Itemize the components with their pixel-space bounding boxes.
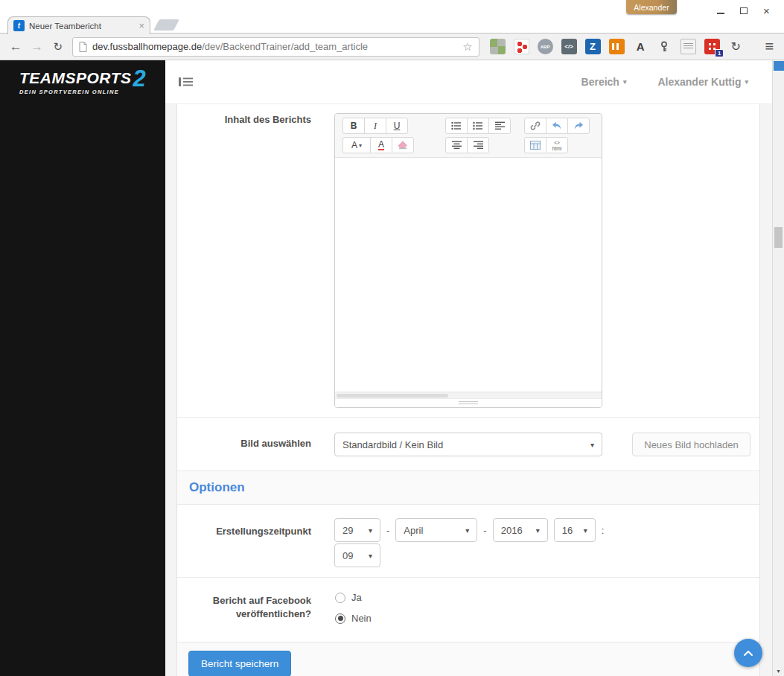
align-center-button[interactable]	[445, 137, 468, 153]
bullet-list-button[interactable]	[445, 118, 468, 134]
upload-image-button[interactable]: Neues Bild hochladen	[632, 433, 750, 456]
facebook-no-option[interactable]: Nein	[335, 613, 372, 624]
address-bar[interactable]: dev.fussballhomepage.de/dev/BackendTrain…	[72, 37, 479, 57]
footer-row: Bericht speichern	[177, 642, 759, 676]
bold-button[interactable]: B	[342, 118, 365, 134]
z-extension-icon[interactable]: Z	[585, 39, 601, 54]
month-select[interactable]: April ▾	[395, 518, 477, 542]
scrollbar-thumb[interactable]	[774, 227, 783, 248]
align-left-button[interactable]	[488, 118, 511, 134]
italic-button[interactable]: I	[364, 118, 386, 134]
close-button[interactable]: ×	[755, 3, 778, 18]
browser-menu-icon[interactable]: ≡	[761, 38, 778, 55]
red-grid-extension-icon[interactable]: 1	[704, 39, 720, 54]
radio-checked-icon[interactable]	[335, 613, 345, 624]
page-scrollbar[interactable]: ▾	[772, 60, 784, 676]
red-dots-extension-icon[interactable]	[514, 39, 529, 54]
insert-group: <> html	[524, 137, 594, 153]
browser-toolbar: ← → ↻ dev.fussballhomepage.de/dev/Backen…	[0, 34, 784, 60]
chevron-down-icon: ▾	[745, 78, 748, 86]
hour-select[interactable]: 16 ▾	[554, 518, 596, 542]
facebook-yes-option[interactable]: Ja	[335, 592, 372, 603]
radio-unchecked-icon[interactable]	[335, 593, 345, 603]
numbered-list-button[interactable]	[467, 118, 489, 134]
year-select[interactable]: 2016 ▾	[493, 518, 548, 542]
link-button[interactable]	[524, 118, 546, 134]
editor-toolbar: B I U	[335, 114, 602, 158]
text-color-button[interactable]: A	[370, 137, 392, 153]
table-button[interactable]	[524, 137, 546, 153]
logo-number: 2	[133, 70, 145, 88]
scroll-to-top-button[interactable]	[734, 639, 762, 667]
chevron-down-icon: ▾	[461, 526, 469, 535]
font-color-button[interactable]: A ▾	[342, 137, 371, 153]
back-button[interactable]: ←	[6, 36, 25, 57]
align-right-button[interactable]	[467, 137, 489, 153]
save-report-button[interactable]: Bericht speichern	[188, 651, 291, 676]
redo-button[interactable]	[567, 118, 590, 134]
abp-extension-icon[interactable]: ABP	[538, 39, 553, 54]
browser-tab[interactable]: t Neuer Teambericht ×	[7, 16, 150, 34]
chevron-down-icon: ▾	[364, 526, 372, 535]
editor-hscrollbar[interactable]	[335, 392, 602, 398]
image-select-value: Standardbild / Kein Bild	[342, 439, 443, 450]
undo-button[interactable]	[546, 118, 568, 134]
scrollbar-down-arrow[interactable]: ▾	[773, 666, 784, 676]
bookmark-star-icon[interactable]: ☆	[462, 40, 472, 54]
orange-chart-extension-icon[interactable]	[609, 39, 625, 54]
day-select[interactable]: 29 ▾	[334, 518, 380, 542]
maximize-button[interactable]	[732, 3, 755, 18]
checker-extension-icon[interactable]	[490, 39, 506, 54]
image-select[interactable]: Standardbild / Kein Bild ▾	[334, 433, 602, 456]
teamsports-logo[interactable]: TEAMSPORTS 2 DEIN SPORTVEREIN ONLINE	[19, 70, 146, 95]
facebook-row: Bericht auf Facebook veröffentlichen? Ja…	[177, 577, 759, 642]
format-group: B I U	[342, 118, 445, 134]
eraser-icon	[398, 141, 408, 150]
tab-close-icon[interactable]: ×	[138, 21, 144, 31]
text-color-a: A	[378, 141, 384, 150]
bereich-dropdown[interactable]: Bereich ▾	[581, 76, 627, 88]
minimize-icon	[717, 13, 724, 14]
key-extension-icon[interactable]	[657, 39, 672, 54]
editor-hscroll-thumb[interactable]	[337, 394, 448, 398]
code-extension-icon[interactable]: </>	[561, 39, 577, 54]
new-tab-button[interactable]	[153, 19, 179, 31]
align-center-icon	[452, 141, 462, 150]
html-label: html	[552, 147, 561, 151]
undo-icon	[552, 121, 562, 130]
facebook-label-line1: Bericht auf Facebook	[177, 594, 311, 608]
extension-icons: ABP </> Z A 1 ↻	[490, 39, 755, 54]
image-row: Bild auswählen Standardbild / Kein Bild …	[177, 417, 759, 471]
day-value: 29	[342, 525, 353, 536]
sidebar-toggle-icon[interactable]	[179, 77, 193, 87]
forward-button[interactable]: →	[27, 36, 46, 57]
user-dropdown[interactable]: Alexander Kuttig ▾	[657, 76, 748, 88]
page-icon	[79, 42, 87, 52]
list-group	[445, 118, 524, 134]
refresh-button[interactable]: ↻	[48, 36, 68, 57]
minute-select[interactable]: 09 ▾	[334, 543, 380, 567]
url-text: dev.fussballhomepage.de/dev/BackendTrain…	[92, 41, 368, 52]
date-separator: -	[386, 525, 389, 536]
align-left-icon	[495, 121, 505, 130]
minimize-button[interactable]	[709, 3, 732, 18]
tab-title: Neuer Teambericht	[29, 22, 134, 31]
content-label: Inhalt des Berichts	[177, 113, 311, 127]
remove-format-button[interactable]	[392, 137, 414, 153]
notes-extension-icon[interactable]	[681, 39, 696, 54]
table-icon	[530, 141, 541, 150]
scrollbar-top-button[interactable]	[774, 61, 784, 71]
html-source-button[interactable]: <> html	[546, 137, 568, 153]
facebook-yes-label: Ja	[351, 592, 362, 603]
html-glyph: <>	[554, 141, 560, 145]
editor-content[interactable]	[335, 158, 602, 392]
font-color-a: A	[351, 140, 357, 150]
time-separator: :	[602, 525, 605, 536]
link-icon	[530, 121, 541, 131]
letter-a-extension-icon[interactable]: A	[633, 39, 648, 54]
sync-extension-icon[interactable]: ↻	[728, 39, 744, 54]
session-tab[interactable]: Alexander	[626, 0, 677, 14]
underline-button[interactable]: U	[386, 118, 408, 134]
main-area: Bereich ▾ Alexander Kuttig ▾ Inhalt des …	[165, 60, 772, 676]
resize-grip[interactable]	[459, 401, 478, 405]
